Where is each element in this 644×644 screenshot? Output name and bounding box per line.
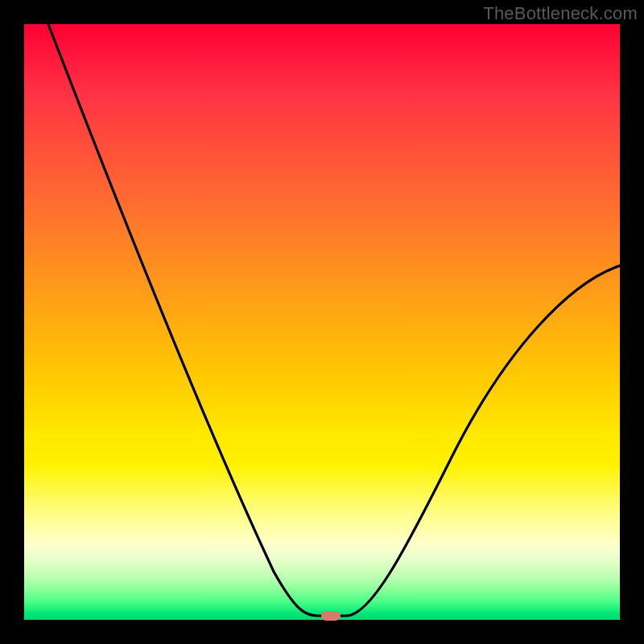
bottleneck-curve bbox=[24, 24, 620, 620]
curve-path bbox=[48, 24, 620, 616]
plot-area bbox=[24, 24, 620, 620]
watermark-text: TheBottleneck.com bbox=[483, 3, 638, 24]
optimal-marker bbox=[321, 611, 341, 621]
chart-frame: TheBottleneck.com bbox=[0, 0, 644, 644]
